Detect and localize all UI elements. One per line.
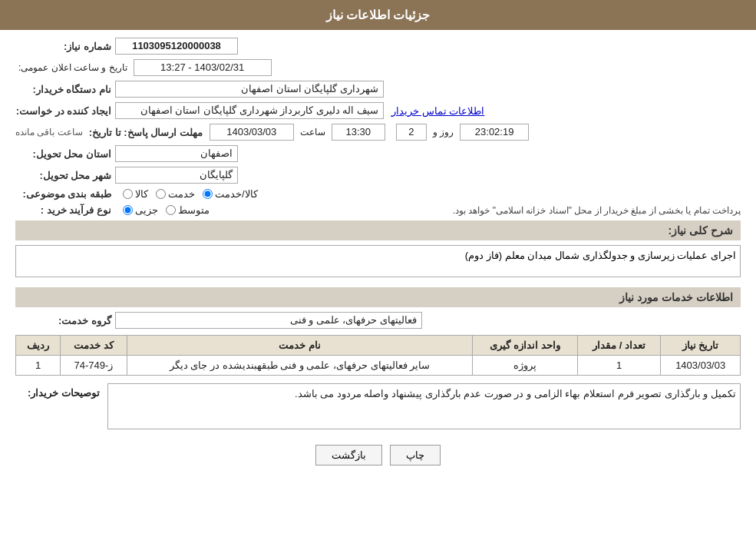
radio-service-input[interactable] — [156, 189, 166, 199]
cell-row: 1 — [16, 356, 61, 376]
radio-goods-service-label: کالا/خدمت — [215, 188, 258, 200]
buyer-notes-row: تکمیل و بارگذاری تصویر فرم استعلام بهاء … — [15, 383, 741, 429]
announce-date-value: 1403/02/31 - 13:27 — [134, 59, 272, 76]
radio-medium-input[interactable] — [166, 205, 176, 215]
description-textarea[interactable] — [15, 245, 741, 277]
purchase-note: پرداخت تمام یا بخشی از مبلغ خریدار از مح… — [217, 205, 741, 216]
creator-value: سیف اله دلیری کاربرداز شهرداری گلپایگان … — [115, 102, 384, 119]
time-label: ساعت — [297, 127, 328, 137]
services-table-header-row: تاریخ نیاز تعداد / مقدار واحد اندازه گیر… — [16, 336, 741, 356]
delivery-city-label: شهر محل تحویل: — [15, 170, 115, 181]
radio-service[interactable]: خدمت — [156, 188, 195, 200]
delivery-city-value: گلپایگان — [115, 167, 238, 184]
buyer-org-label: نام دستگاه خریدار: — [15, 84, 115, 95]
announce-date-label: تاریخ و ساعت اعلان عمومی: — [15, 62, 130, 73]
buyer-org-row: شهرداری گلپایگان استان اصفهان نام دستگاه… — [15, 81, 741, 98]
col-date: تاریخ نیاز — [661, 336, 741, 356]
description-container — [15, 245, 741, 280]
radio-partial-input[interactable] — [123, 205, 133, 215]
radio-goods-label: کالا — [135, 188, 148, 200]
table-row: 1403/03/03 1 پروژه سایر فعالیتهای حرفهای… — [16, 356, 741, 376]
delivery-province-row: اصفهان استان محل تحویل: — [15, 145, 741, 162]
services-section-title: اطلاعات خدمات مورد نیاز — [15, 287, 741, 307]
order-number-row: 1103095120000038 شماره نیاز: — [15, 38, 741, 55]
main-content: 1103095120000038 شماره نیاز: 1403/02/31 … — [0, 30, 756, 473]
col-service-name: نام خدمت — [127, 336, 472, 356]
purchase-process-label: نوع فرآیند خرید : — [15, 204, 115, 216]
creator-label: ایجاد کننده در خواست: — [15, 105, 115, 117]
buyer-notes-text: تکمیل و بارگذاری تصویر فرم استعلام بهاء … — [295, 388, 736, 399]
creator-row: اطلاعات تماس خریدار سیف اله دلیری کاربرد… — [15, 102, 741, 119]
response-time-value: 13:30 — [332, 124, 385, 141]
col-quantity: تعداد / مقدار — [577, 336, 660, 356]
description-section-title: شرح کلی نیاز: — [15, 220, 741, 240]
radio-goods-service-input[interactable] — [203, 189, 213, 199]
col-service-code: کد خدمت — [61, 336, 127, 356]
services-table-body: 1403/03/03 1 پروژه سایر فعالیتهای حرفهای… — [16, 356, 741, 376]
page-title: جزئیات اطلاعات نیاز — [326, 8, 431, 22]
radio-goods-service[interactable]: کالا/خدمت — [203, 188, 258, 200]
cell-service-name: سایر فعالیتهای حرفهای، علمی و فنی طبقهبن… — [127, 356, 472, 376]
time-remaining-value: 23:02:19 — [460, 124, 529, 141]
cell-service-code: ز-749-74 — [61, 356, 127, 376]
response-deadline-row: 23:02:19 روز و 2 13:30 ساعت 1403/03/03 م… — [15, 124, 741, 141]
col-unit: واحد اندازه گیری — [473, 336, 578, 356]
announce-date-row: 1403/02/31 - 13:27 تاریخ و ساعت اعلان عم… — [15, 59, 741, 76]
services-table: تاریخ نیاز تعداد / مقدار واحد اندازه گیر… — [15, 335, 741, 376]
cell-date: 1403/03/03 — [661, 356, 741, 376]
radio-partial-label: جزیی — [135, 204, 158, 216]
buyer-org-value: شهرداری گلپایگان استان اصفهان — [115, 81, 384, 98]
back-button[interactable]: بازگشت — [315, 445, 382, 465]
page-header: جزئیات اطلاعات نیاز — [0, 0, 756, 30]
category-label: طبقه بندی موضوعی: — [15, 188, 115, 200]
days-remaining-value: 2 — [396, 124, 427, 141]
radio-goods[interactable]: کالا — [123, 188, 148, 200]
buyer-notes-box: تکمیل و بارگذاری تصویر فرم استعلام بهاء … — [107, 383, 741, 429]
delivery-province-label: استان محل تحویل: — [15, 148, 115, 160]
radio-goods-input[interactable] — [123, 189, 133, 199]
service-group-row: فعالیتهای حرفهای، علمی و فنی گروه خدمت: — [15, 312, 741, 329]
services-table-head: تاریخ نیاز تعداد / مقدار واحد اندازه گیر… — [16, 336, 741, 356]
radio-service-label: خدمت — [168, 188, 195, 200]
radio-partial[interactable]: جزیی — [123, 204, 158, 216]
purchase-process-row: پرداخت تمام یا بخشی از مبلغ خریدار از مح… — [15, 204, 741, 216]
cell-quantity: 1 — [577, 356, 660, 376]
time-remaining-suffix: ساعت باقی مانده — [15, 127, 86, 137]
print-button[interactable]: چاپ — [390, 445, 441, 465]
button-row: چاپ بازگشت — [15, 445, 741, 465]
days-remaining-label: روز و — [430, 127, 457, 137]
delivery-province-value: اصفهان — [115, 145, 238, 162]
page-container: جزئیات اطلاعات نیاز 1103095120000038 شما… — [0, 0, 756, 540]
response-deadline-label: مهلت ارسال پاسخ: تا تاریخ: — [89, 127, 206, 138]
category-row: کالا/خدمت خدمت کالا طبقه بندی موضوعی: — [15, 188, 741, 200]
service-group-value: فعالیتهای حرفهای، علمی و فنی — [115, 312, 422, 329]
order-number-label: شماره نیاز: — [15, 41, 115, 52]
delivery-city-row: گلپایگان شهر محل تحویل: — [15, 167, 741, 184]
service-group-label: گروه خدمت: — [15, 315, 115, 326]
col-row: ردیف — [16, 336, 61, 356]
response-date-value: 1403/03/03 — [210, 124, 294, 141]
buyer-notes-label: توصیحات خریدار: — [15, 383, 100, 399]
cell-unit: پروژه — [473, 356, 578, 376]
order-number-value: 1103095120000038 — [115, 38, 238, 55]
radio-medium[interactable]: متوسط — [166, 204, 210, 216]
contact-info-link[interactable]: اطلاعات تماس خریدار — [391, 105, 484, 117]
radio-medium-label: متوسط — [178, 204, 210, 216]
